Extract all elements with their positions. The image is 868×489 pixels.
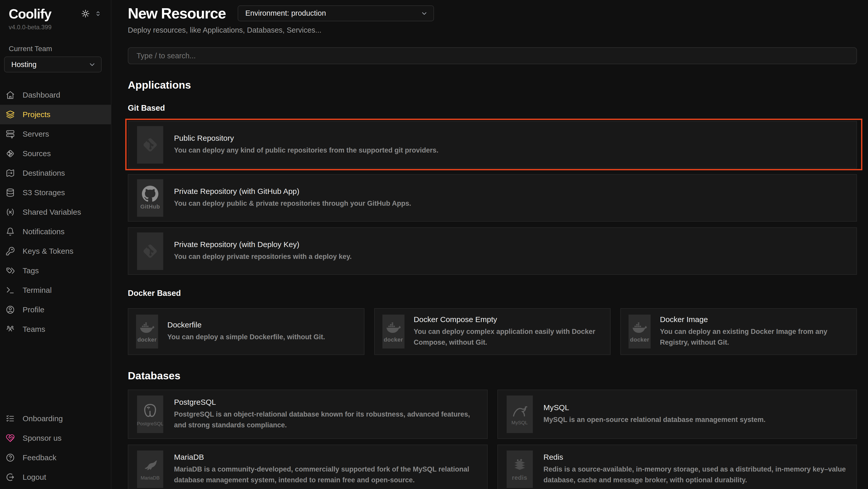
current-team-label: Current Team bbox=[9, 45, 111, 53]
terminal-icon bbox=[6, 286, 15, 295]
sidebar-item-notifications[interactable]: Notifications bbox=[0, 222, 111, 241]
card-text: PostgreSQL PostgreSQL is an object-relat… bbox=[174, 398, 478, 431]
card-postgresql[interactable]: PostgreSQL PostgreSQL PostgreSQL is an o… bbox=[128, 390, 488, 439]
sidebar-item-destinations[interactable]: Destinations bbox=[0, 163, 111, 183]
sidebar-item-sources[interactable]: Sources bbox=[0, 144, 111, 163]
card-docker-image[interactable]: docker Docker Image You can deploy an ex… bbox=[620, 308, 857, 355]
app-logo: Coolify bbox=[9, 6, 51, 22]
bell-icon bbox=[6, 227, 15, 236]
docker-wordmark: docker bbox=[137, 337, 157, 343]
sidebar-item-label: Terminal bbox=[23, 286, 52, 295]
card-description: You can deploy public & private reposito… bbox=[174, 198, 411, 209]
card-public-repository[interactable]: Public Repository You can deploy any kin… bbox=[128, 121, 857, 169]
sidebar-spacer bbox=[0, 339, 111, 396]
mariadb-icon: MariaDB bbox=[137, 451, 163, 488]
sidebar-footer-menu: Onboarding Sponsor us Feedback bbox=[0, 409, 111, 487]
environment-select[interactable]: Environment: production bbox=[238, 5, 434, 21]
users-icon bbox=[6, 325, 15, 334]
docker-based-cards: docker Dockerfile You can deploy a simpl… bbox=[128, 308, 857, 355]
card-title: Private Repository (with Deploy Key) bbox=[174, 240, 352, 249]
sidebar-item-projects[interactable]: Projects bbox=[0, 105, 111, 124]
docker-based-heading: Docker Based bbox=[128, 289, 857, 298]
sidebar-item-terminal[interactable]: Terminal bbox=[0, 281, 111, 300]
card-private-repository-github-app[interactable]: GitHub Private Repository (with GitHub A… bbox=[128, 174, 857, 222]
redis-wordmark: redis bbox=[512, 474, 527, 481]
heart-handshake-icon bbox=[6, 434, 15, 443]
card-title: PostgreSQL bbox=[174, 398, 478, 407]
sidebar-item-label: Teams bbox=[23, 325, 45, 334]
sidebar-item-s3-storages[interactable]: S3 Storages bbox=[0, 183, 111, 202]
card-text: Dockerfile You can deploy a simple Docke… bbox=[167, 320, 325, 343]
main-content: New Resource Environment: production Dep… bbox=[112, 0, 868, 489]
sidebar-header: Coolify bbox=[9, 6, 102, 22]
card-title: Redis bbox=[544, 453, 848, 462]
card-description: MySQL is an open-source relational datab… bbox=[544, 414, 766, 425]
logout-icon bbox=[6, 472, 15, 482]
sun-icon[interactable] bbox=[81, 9, 90, 18]
card-text: Public Repository You can deploy any kin… bbox=[174, 134, 438, 156]
card-mariadb[interactable]: MariaDB MariaDB MariaDB is a community-d… bbox=[128, 444, 488, 489]
sidebar-item-shared-variables[interactable]: Shared Variables bbox=[0, 202, 111, 222]
sidebar-item-feedback[interactable]: Feedback bbox=[0, 448, 111, 467]
sidebar-item-label: Onboarding bbox=[23, 414, 63, 423]
github-wordmark: GitHub bbox=[141, 203, 160, 210]
sidebar-item-logout[interactable]: Logout bbox=[0, 467, 111, 487]
sidebar-item-onboarding[interactable]: Onboarding bbox=[0, 409, 111, 428]
card-description: MariaDB is a community-developed, commer… bbox=[174, 464, 478, 486]
mysql-icon: MySQL bbox=[507, 396, 533, 433]
card-description: You can deploy a simple Dockerfile, with… bbox=[167, 332, 325, 343]
card-mysql[interactable]: MySQL MySQL MySQL is an open-source rela… bbox=[497, 390, 857, 439]
applications-heading: Applications bbox=[128, 79, 857, 91]
sidebar-item-profile[interactable]: Profile bbox=[0, 300, 111, 319]
sidebar-item-sponsor-us[interactable]: Sponsor us bbox=[0, 428, 111, 448]
sidebar-item-label: S3 Storages bbox=[23, 188, 65, 197]
card-redis[interactable]: redis Redis Redis is a source-available,… bbox=[497, 444, 857, 489]
card-private-repository-deploy-key[interactable]: Private Repository (with Deploy Key) You… bbox=[128, 227, 857, 275]
sidebar-item-keys-tokens[interactable]: Keys & Tokens bbox=[0, 241, 111, 261]
git-based-heading: Git Based bbox=[128, 104, 857, 113]
card-title: MariaDB bbox=[174, 453, 478, 462]
database-cards: PostgreSQL PostgreSQL PostgreSQL is an o… bbox=[128, 390, 857, 489]
sidebar-menu: Dashboard Projects Servers bbox=[0, 85, 111, 339]
braces-x-icon bbox=[6, 207, 15, 217]
environment-select-value: Environment: production bbox=[245, 9, 326, 18]
sidebar-item-label: Keys & Tokens bbox=[23, 247, 73, 256]
key-icon bbox=[6, 247, 15, 256]
user-circle-icon bbox=[6, 305, 15, 314]
sidebar-item-label: Profile bbox=[23, 305, 44, 314]
github-icon: GitHub bbox=[137, 179, 163, 217]
sidebar-item-label: Sponsor us bbox=[23, 434, 62, 442]
map-icon bbox=[6, 169, 15, 178]
chevron-down-icon bbox=[88, 61, 96, 68]
git-icon bbox=[137, 232, 163, 270]
sidebar: Coolify v4.0.0-beta.399 Current Team Hos… bbox=[0, 0, 112, 489]
team-select[interactable]: Hosting bbox=[4, 57, 102, 73]
database-icon bbox=[6, 188, 15, 197]
docker-icon: docker bbox=[136, 315, 158, 348]
card-title: Public Repository bbox=[174, 134, 438, 143]
docker-wordmark: docker bbox=[630, 337, 649, 343]
card-description: You can deploy any kind of public reposi… bbox=[174, 145, 438, 156]
help-circle-icon bbox=[6, 453, 15, 462]
sidebar-item-teams[interactable]: Teams bbox=[0, 319, 111, 339]
chevrons-up-down-icon[interactable] bbox=[94, 10, 102, 17]
card-dockerfile[interactable]: docker Dockerfile You can deploy a simpl… bbox=[128, 308, 365, 355]
git-source-icon bbox=[6, 149, 15, 158]
sidebar-item-servers[interactable]: Servers bbox=[0, 124, 111, 144]
team-select-value: Hosting bbox=[11, 60, 36, 69]
card-text: MariaDB MariaDB is a community-developed… bbox=[174, 453, 478, 486]
sidebar-item-dashboard[interactable]: Dashboard bbox=[0, 85, 111, 105]
git-based-cards: Public Repository You can deploy any kin… bbox=[128, 121, 857, 275]
chevron-down-icon bbox=[421, 10, 428, 17]
docker-wordmark: docker bbox=[384, 337, 403, 343]
search-input[interactable] bbox=[128, 47, 857, 64]
card-description: You can deploy complex application easil… bbox=[414, 326, 602, 348]
sidebar-item-tags[interactable]: Tags bbox=[0, 261, 111, 281]
docker-icon: docker bbox=[628, 315, 651, 348]
postgresql-icon: PostgreSQL bbox=[137, 396, 163, 433]
sidebar-item-label: Logout bbox=[23, 473, 46, 482]
page-title: New Resource bbox=[128, 5, 226, 22]
card-docker-compose-empty[interactable]: docker Docker Compose Empty You can depl… bbox=[374, 308, 611, 355]
page-header: New Resource Environment: production bbox=[128, 5, 857, 22]
card-description: You can deploy an existing Docker Image … bbox=[660, 326, 849, 348]
